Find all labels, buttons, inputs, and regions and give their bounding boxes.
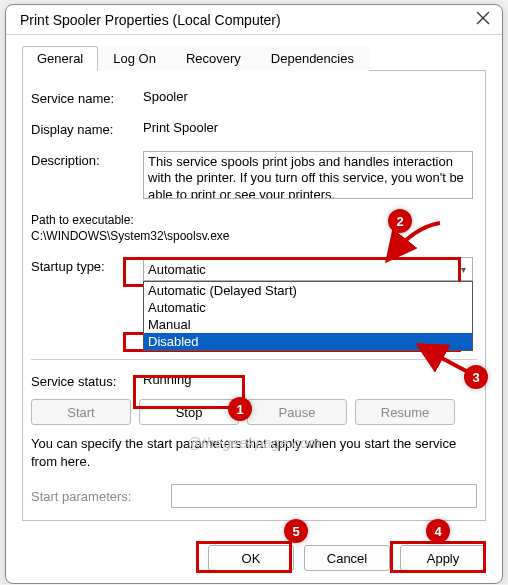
close-button[interactable] [476, 11, 490, 28]
description-label: Description: [31, 151, 143, 168]
start-button[interactable]: Start [31, 399, 131, 425]
startup-option-disabled[interactable]: Disabled [144, 333, 472, 350]
dialog-content: General Log On Recovery Dependencies Ser… [6, 35, 502, 535]
apply-button[interactable]: Apply [400, 545, 486, 571]
path-value: C:\WINDOWS\System32\spoolsv.exe [31, 229, 477, 243]
startup-option-automatic[interactable]: Automatic [144, 299, 472, 316]
tab-general[interactable]: General [22, 46, 98, 71]
tab-pane-general: Service name: Spooler Display name: Prin… [22, 71, 486, 521]
start-params-input[interactable] [171, 484, 477, 508]
start-params-label: Start parameters: [31, 489, 171, 504]
tabstrip: General Log On Recovery Dependencies [22, 45, 486, 71]
path-label: Path to executable: [31, 213, 477, 227]
startup-type-label: Startup type: [31, 257, 143, 274]
startup-type-select[interactable]: Automatic ▾ [143, 257, 473, 281]
cancel-button[interactable]: Cancel [304, 545, 390, 571]
start-params-note: You can specify the start parameters tha… [31, 435, 477, 470]
display-name-label: Display name: [31, 120, 143, 137]
tab-logon[interactable]: Log On [98, 46, 171, 71]
service-status-label: Service status: [31, 372, 143, 389]
tab-recovery[interactable]: Recovery [171, 46, 256, 71]
close-icon [476, 11, 490, 25]
pause-button[interactable]: Pause [247, 399, 347, 425]
ok-button[interactable]: OK [208, 545, 294, 571]
window-title: Print Spooler Properties (Local Computer… [20, 12, 281, 28]
startup-type-selected: Automatic [148, 262, 206, 277]
service-name-value: Spooler [143, 89, 477, 104]
tab-dependencies[interactable]: Dependencies [256, 46, 369, 71]
dialog-button-row: OK Cancel Apply 5 4 [6, 535, 502, 583]
titlebar: Print Spooler Properties (Local Computer… [6, 5, 502, 35]
stop-button[interactable]: Stop [139, 399, 239, 425]
startup-type-dropdown: Automatic (Delayed Start) Automatic Manu… [143, 281, 473, 351]
resume-button[interactable]: Resume [355, 399, 455, 425]
properties-dialog: Print Spooler Properties (Local Computer… [5, 4, 503, 584]
service-status-value: Running [143, 372, 477, 387]
chevron-down-icon: ▾ [461, 264, 466, 275]
startup-option-manual[interactable]: Manual [144, 316, 472, 333]
description-textbox[interactable]: This service spools print jobs and handl… [143, 151, 473, 199]
service-name-label: Service name: [31, 89, 143, 106]
startup-option-delayed[interactable]: Automatic (Delayed Start) [144, 282, 472, 299]
display-name-value: Print Spooler [143, 120, 477, 135]
